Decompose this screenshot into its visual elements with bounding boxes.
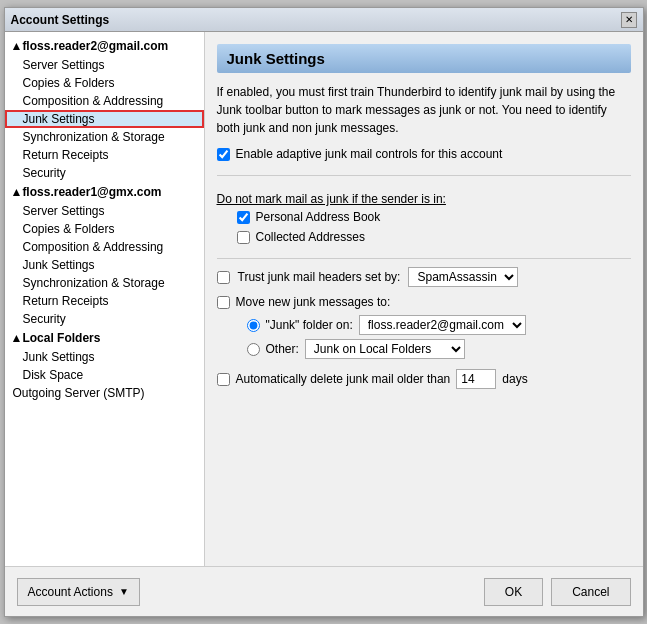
ok-cancel-group: OK Cancel (484, 578, 631, 606)
description-text: If enabled, you must first train Thunder… (217, 83, 631, 137)
junk-folder-radio[interactable] (247, 319, 260, 332)
other-radio-row: Other: Junk on Local Folders (247, 339, 631, 359)
enable-adaptive-row: Enable adaptive junk mail controls for t… (217, 147, 631, 161)
auto-delete-label: Automatically delete junk mail older tha… (236, 372, 451, 386)
sidebar-account1[interactable]: ▲floss.reader2@gmail.com (5, 36, 204, 56)
sidebar-item-junk-settings-1[interactable]: Junk Settings (5, 110, 204, 128)
personal-address-book-checkbox[interactable] (237, 211, 250, 224)
collected-addresses-row: Collected Addresses (237, 230, 631, 244)
move-junk-label: Move new junk messages to: (236, 295, 391, 309)
account-actions-label: Account Actions (28, 585, 113, 599)
personal-address-book-row: Personal Address Book (237, 210, 631, 224)
sidebar-item-server-settings-2[interactable]: Server Settings (5, 202, 204, 220)
sidebar-item-junk-settings-local[interactable]: Junk Settings (5, 348, 204, 366)
close-button[interactable]: ✕ (621, 12, 637, 28)
personal-address-book-label: Personal Address Book (256, 210, 381, 224)
main-panel: Junk Settings If enabled, you must first… (205, 32, 643, 566)
sidebar-item-sync-storage-1[interactable]: Synchronization & Storage (5, 128, 204, 146)
sidebar-item-composition-2[interactable]: Composition & Addressing (5, 238, 204, 256)
titlebar: Account Settings ✕ (5, 8, 643, 32)
account-actions-button[interactable]: Account Actions ▼ (17, 578, 140, 606)
move-junk-checkbox[interactable] (217, 296, 230, 309)
days-label: days (502, 372, 527, 386)
move-junk-row: Move new junk messages to: (217, 295, 631, 309)
separator-1 (217, 175, 631, 176)
radio-group: "Junk" folder on: floss.reader2@gmail.co… (247, 315, 631, 363)
trust-headers-dropdown[interactable]: SpamAssassin Other (408, 267, 518, 287)
address-books-block: Personal Address Book Collected Addresse… (237, 210, 631, 250)
sidebar: ▲floss.reader2@gmail.com Server Settings… (5, 32, 205, 566)
ok-button[interactable]: OK (484, 578, 543, 606)
sidebar-item-security-1[interactable]: Security (5, 164, 204, 182)
sidebar-item-copies-folders-1[interactable]: Copies & Folders (5, 74, 204, 92)
sidebar-account2[interactable]: ▲floss.reader1@gmx.com (5, 182, 204, 202)
sidebar-item-return-receipts-2[interactable]: Return Receipts (5, 292, 204, 310)
enable-adaptive-label: Enable adaptive junk mail controls for t… (236, 147, 503, 161)
other-dropdown[interactable]: Junk on Local Folders (305, 339, 465, 359)
sidebar-item-security-2[interactable]: Security (5, 310, 204, 328)
junk-folder-radio-row: "Junk" folder on: floss.reader2@gmail.co… (247, 315, 631, 335)
junk-folder-dropdown[interactable]: floss.reader2@gmail.com (359, 315, 526, 335)
separator-2 (217, 258, 631, 259)
collected-addresses-label: Collected Addresses (256, 230, 365, 244)
sidebar-item-junk-settings-2[interactable]: Junk Settings (5, 256, 204, 274)
panel-title: Junk Settings (217, 44, 631, 73)
sidebar-item-sync-storage-2[interactable]: Synchronization & Storage (5, 274, 204, 292)
other-radio-label: Other: (266, 342, 299, 356)
cancel-button[interactable]: Cancel (551, 578, 630, 606)
trust-headers-label: Trust junk mail headers set by: (238, 270, 401, 284)
sidebar-item-outgoing-server[interactable]: Outgoing Server (SMTP) (5, 384, 204, 402)
auto-delete-row: Automatically delete junk mail older tha… (217, 369, 631, 389)
sidebar-item-composition-1[interactable]: Composition & Addressing (5, 92, 204, 110)
sidebar-item-server-settings-1[interactable]: Server Settings (5, 56, 204, 74)
window-title: Account Settings (11, 13, 110, 27)
content-area: ▲floss.reader2@gmail.com Server Settings… (5, 32, 643, 566)
other-radio[interactable] (247, 343, 260, 356)
enable-adaptive-checkbox[interactable] (217, 148, 230, 161)
trust-headers-checkbox[interactable] (217, 271, 230, 284)
trust-headers-row: Trust junk mail headers set by: SpamAssa… (217, 267, 631, 287)
do-not-mark-label: Do not mark mail as junk if the sender i… (217, 192, 631, 206)
account-settings-window: Account Settings ✕ ▲floss.reader2@gmail.… (4, 7, 644, 617)
sidebar-item-return-receipts-1[interactable]: Return Receipts (5, 146, 204, 164)
bottom-bar: Account Actions ▼ OK Cancel (5, 566, 643, 616)
sidebar-item-disk-space[interactable]: Disk Space (5, 366, 204, 384)
auto-delete-checkbox[interactable] (217, 373, 230, 386)
sidebar-local-folders[interactable]: ▲Local Folders (5, 328, 204, 348)
junk-folder-label: "Junk" folder on: (266, 318, 353, 332)
collected-addresses-checkbox[interactable] (237, 231, 250, 244)
days-input[interactable] (456, 369, 496, 389)
account-actions-dropdown-arrow: ▼ (119, 586, 129, 597)
sidebar-item-copies-folders-2[interactable]: Copies & Folders (5, 220, 204, 238)
